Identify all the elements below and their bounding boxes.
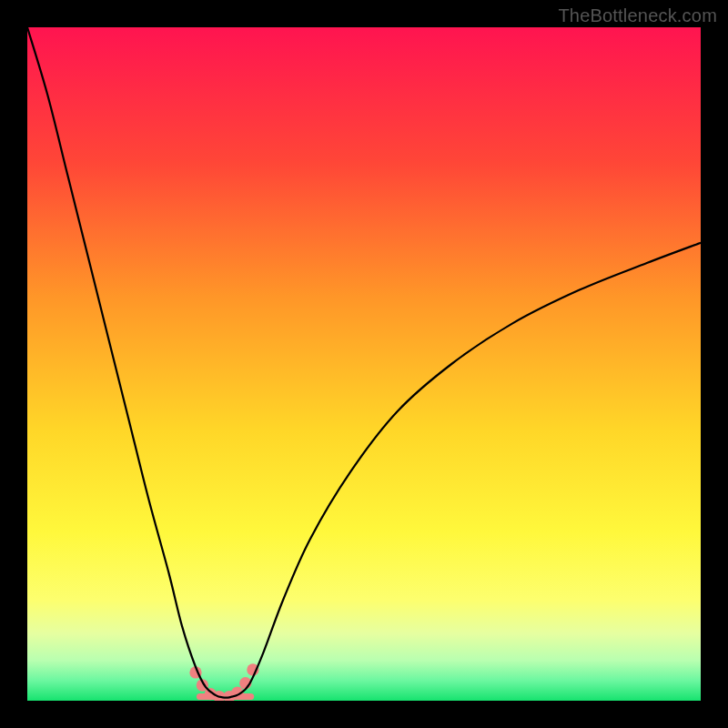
bottleneck-curve-path xyxy=(27,27,701,698)
chart-frame: TheBottleneck.com xyxy=(0,0,728,728)
plot-area xyxy=(27,27,701,701)
watermark: TheBottleneck.com xyxy=(558,5,717,26)
curve-layer xyxy=(27,27,701,701)
